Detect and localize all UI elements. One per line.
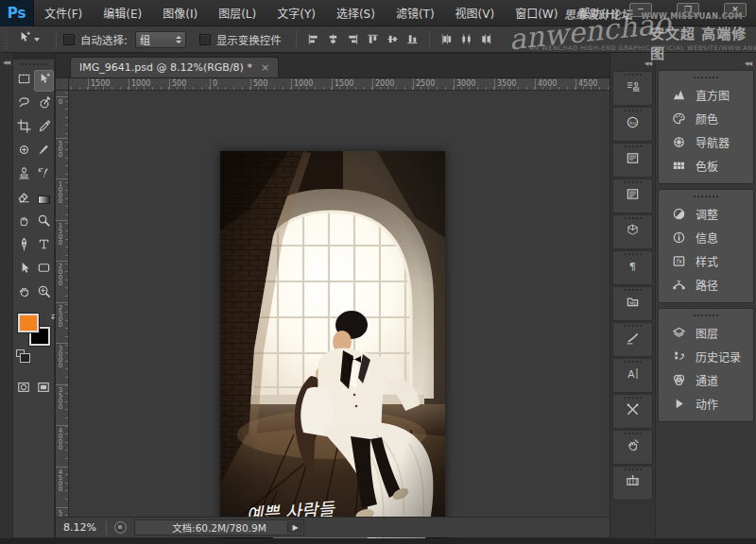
panel-item-navigator[interactable]: 导航器 (659, 130, 753, 154)
eraser-tool[interactable] (14, 188, 34, 210)
align-horizontal-centers-button[interactable] (325, 31, 341, 47)
panel-item-color[interactable]: 颜色 (659, 107, 753, 130)
preset-tools-panel-button[interactable] (612, 394, 653, 429)
distribute-left-edges-button[interactable] (438, 31, 455, 47)
character-panel-button[interactable]: A (612, 358, 653, 393)
hand-tool[interactable] (14, 282, 34, 304)
panel-item-styles[interactable]: fx样式 (659, 249, 753, 273)
auto-select-checkbox[interactable] (63, 34, 75, 45)
color-swatches: ⇄ (13, 312, 54, 366)
screen-mode-button[interactable] (37, 380, 50, 398)
tab-close-icon[interactable]: × (261, 62, 269, 73)
maximize-button[interactable]: ❐ (677, 3, 699, 17)
document-size-field[interactable]: 文档:60.2M/780.9M ▶ (134, 519, 304, 536)
vertical-ruler[interactable]: 0500100015002000250030003500400045005000 (56, 91, 69, 517)
zoom-tool[interactable] (34, 282, 54, 304)
path-selection-tool[interactable] (14, 259, 34, 280)
menu-file[interactable]: 文件(F) (34, 0, 93, 26)
move-tool[interactable] (34, 70, 54, 92)
svg-text:A: A (627, 368, 635, 381)
color-icon (671, 110, 687, 127)
history-brush-tool[interactable] (34, 164, 54, 186)
status-icon[interactable] (114, 521, 127, 534)
marquee-icon (17, 72, 31, 90)
eyedropper-tool[interactable] (34, 117, 54, 139)
panel-item-adjustments[interactable]: 调整 (659, 202, 753, 226)
grip (623, 252, 644, 256)
panel-item-paths[interactable]: 路径 (659, 273, 753, 297)
panel-item-channels[interactable]: 通道 (659, 368, 753, 392)
default-colors-icon[interactable] (16, 349, 25, 357)
3d-panel-button[interactable] (612, 214, 653, 249)
shape-icon (37, 261, 51, 279)
document-tab-bar: IMG_9641.psd @ 8.12%(RGB/8) * × (56, 54, 610, 78)
brush-icon (37, 143, 51, 161)
menu-window[interactable]: 窗口(W) (505, 0, 568, 26)
photo-document[interactable]: 예쁜 사람들 (220, 151, 445, 544)
paragraph-panel-button[interactable]: ¶ (612, 250, 653, 285)
foreground-color-swatch[interactable] (18, 314, 39, 332)
panel-item-history[interactable]: 历史记录 (659, 345, 753, 368)
layers-icon (671, 325, 687, 341)
tool-presets-panel-button[interactable] (612, 71, 653, 106)
ruler-label: 1000 (57, 180, 64, 203)
distribute-horizontal-centers-button[interactable] (458, 31, 474, 47)
quick-mask-button[interactable] (17, 380, 30, 398)
brush-tool[interactable] (34, 141, 54, 162)
show-transform-checkbox[interactable] (199, 34, 211, 45)
crop-tool[interactable] (14, 117, 34, 139)
align-right-edges-button[interactable] (345, 31, 361, 47)
kuler-panel-button[interactable]: ku (612, 107, 653, 142)
character-styles-panel-button[interactable] (612, 143, 653, 178)
align-vertical-centers-button[interactable] (385, 31, 401, 47)
panel-item-layers[interactable]: 图层 (659, 321, 753, 345)
horizontal-ruler[interactable]: 1500100050005001000150020002500300035004… (69, 78, 610, 91)
minimize-button[interactable]: ─ (629, 3, 652, 17)
align-top-edges-button[interactable] (365, 31, 381, 47)
panel-item-actions[interactable]: 动作 (659, 392, 753, 416)
panel-item-histogram[interactable]: 直方图 (659, 83, 753, 107)
type-tool[interactable] (34, 235, 54, 257)
menu-view[interactable]: 视图(V) (445, 0, 506, 26)
timeline-panel-button[interactable] (612, 466, 653, 501)
brush-presets-panel-button[interactable] (612, 322, 653, 357)
auto-select-dropdown[interactable]: 组 (135, 31, 186, 48)
expand-panels-icon[interactable]: ◀◀ (644, 60, 651, 66)
menu-image[interactable]: 图像(I) (152, 0, 208, 26)
align-left-edges-button[interactable] (305, 31, 321, 47)
menu-layer[interactable]: 图层(L) (208, 0, 266, 26)
lasso-tool[interactable] (14, 94, 34, 115)
pen-tool[interactable] (14, 235, 34, 257)
quick-selection-tool[interactable] (34, 94, 54, 115)
paragraph-styles-panel-button[interactable] (612, 178, 653, 213)
collapse-panels-icon[interactable]: ◀◀ (745, 60, 751, 66)
current-tool-preset[interactable] (17, 30, 40, 48)
ruler-label: 1500 (57, 222, 64, 245)
menu-type[interactable]: 文字(Y) (266, 0, 326, 26)
close-button[interactable]: ✕ (724, 3, 747, 17)
smudge-tool[interactable] (14, 212, 34, 233)
gradient-tool[interactable] (34, 188, 54, 210)
ruler-corner[interactable] (56, 78, 69, 91)
panel-item-label: 颜色 (696, 110, 718, 127)
shape-tool[interactable] (34, 259, 54, 280)
zoom-level-field[interactable]: 8.12% (56, 521, 106, 534)
art-history-panel-button[interactable] (612, 430, 653, 465)
menu-select[interactable]: 选择(S) (326, 0, 386, 26)
dodge-tool[interactable] (34, 212, 54, 233)
document-tab[interactable]: IMG_9641.psd @ 8.12%(RGB/8) * × (70, 57, 279, 77)
mini-bridge-panel-button[interactable]: Mb (612, 286, 653, 321)
panel-item-info[interactable]: 信息 (659, 226, 753, 249)
panel-item-swatches[interactable]: 色板 (659, 154, 753, 178)
rectangular-marquee-tool[interactable] (14, 70, 34, 92)
distribute-right-edges-button[interactable] (478, 31, 494, 47)
collapse-toolbox-icon[interactable]: ◀◀ (3, 59, 9, 65)
menu-filter[interactable]: 滤镜(T) (386, 0, 445, 26)
canvas-pasteboard[interactable]: 예쁜 사람들 (69, 91, 610, 517)
healing-brush-tool[interactable] (14, 141, 34, 162)
status-expand-arrow[interactable]: ▶ (287, 521, 302, 534)
align-bottom-edges-button[interactable] (404, 31, 421, 47)
menu-edit[interactable]: 编辑(E) (93, 0, 152, 26)
clone-stamp-tool[interactable] (14, 164, 34, 186)
dodge-icon (37, 213, 51, 231)
